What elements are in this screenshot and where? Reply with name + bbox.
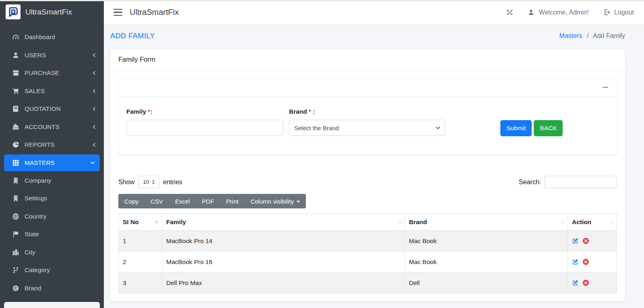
sidebar-item-users[interactable]: USERS: [0, 46, 104, 65]
column-header-family[interactable]: Family↑↓: [162, 214, 405, 231]
cell-si-no: 3: [119, 273, 162, 293]
cell-brand: Dell: [405, 273, 568, 293]
sidebar-item-category[interactable]: Category: [0, 261, 104, 279]
entries-label: entries: [163, 179, 182, 186]
print-button[interactable]: Print: [220, 194, 245, 208]
sort-arrows-icon: ↑↓: [610, 219, 614, 225]
flag-icon: [12, 231, 19, 238]
user-icon: [12, 52, 19, 59]
sidebar-item-label: REPORTS: [25, 141, 55, 148]
user-menu[interactable]: Welcome, Admin!: [528, 9, 589, 16]
breadcrumb-masters-link[interactable]: Masters: [559, 32, 582, 39]
cell-family: MacBook Pro 14: [162, 231, 405, 252]
welcome-text: Welcome, Admin!: [539, 9, 589, 16]
sidebar-item-reports[interactable]: REPORTS: [0, 136, 104, 154]
sidebar-toggle-button[interactable]: [114, 9, 122, 16]
sidebar-item-label: City: [25, 249, 35, 256]
sidebar-menu: DashboardUSERSPURCHASESALESQUOTATIONACCO…: [0, 24, 104, 297]
search-input[interactable]: [545, 176, 617, 188]
family-label: Family*:: [126, 108, 283, 115]
sidebar-item-label: MASTERS: [25, 159, 55, 166]
pdf-button[interactable]: PDF: [196, 194, 220, 208]
column-label: Brand: [409, 219, 427, 225]
sidebar-item-accounts[interactable]: ACCOUNTS: [0, 118, 104, 136]
sidebar-item-purchase[interactable]: PURCHASE: [0, 64, 104, 82]
column-header-si-no[interactable]: SI No↑↓: [119, 214, 162, 231]
topbar-title: UltraSmartFix: [130, 8, 179, 17]
column-header-brand[interactable]: Brand↑↓: [405, 214, 568, 231]
brand-text: UltraSmartFix: [25, 8, 72, 17]
delete-icon[interactable]: [582, 237, 589, 244]
delete-icon[interactable]: [582, 258, 589, 265]
back-button[interactable]: BACK: [534, 120, 563, 136]
cell-brand: Mac Book: [405, 252, 568, 273]
fullscreen-icon[interactable]: [506, 9, 513, 16]
building-icon: [12, 177, 19, 184]
edit-icon[interactable]: [572, 258, 579, 265]
column-label: Family: [166, 219, 186, 225]
cash-register-icon: [12, 123, 19, 131]
copyright-icon: [12, 285, 19, 292]
chevron-left-icon: [92, 71, 97, 75]
form-buttons: Submit BACK: [500, 120, 563, 136]
sidebar-item-dashboard[interactable]: Dashboard: [0, 28, 104, 46]
sidebar-brand[interactable]: UltraSmartFix: [0, 0, 104, 24]
top-edge-strip: [0, 0, 644, 1]
column-visibility-button[interactable]: Column visibility: [244, 194, 306, 208]
family-table: SI No↑↓Family↑↓Brand↑↓Action↑↓ 1MacBook …: [118, 214, 617, 293]
chevron-left-icon: [92, 125, 97, 129]
topbar-right: Welcome, Admin! Logout: [506, 9, 634, 16]
form-panel: Family*: Brand* : Select the Brand: [118, 78, 617, 155]
sidebar-item-label: Dashboard: [25, 33, 55, 41]
sidebar-item-label: Brand: [25, 285, 41, 292]
collapse-minus-icon[interactable]: [603, 87, 608, 88]
datatable-controls: Show 10 entries Search:: [118, 176, 617, 188]
brand-select[interactable]: Select the Brand: [289, 120, 445, 136]
edit-icon[interactable]: [572, 237, 579, 244]
column-header-action[interactable]: Action↑↓: [568, 214, 617, 231]
sidebar-item-city[interactable]: City: [0, 243, 104, 262]
family-input[interactable]: [126, 120, 283, 136]
page-length-select[interactable]: 10: [138, 176, 159, 188]
tachometer-icon: [12, 33, 19, 41]
spinner-arrows-icon: [152, 180, 155, 184]
logout-label: Logout: [614, 9, 634, 16]
sidebar-item-country[interactable]: Country: [0, 208, 104, 226]
sidebar-item-label: Settings: [25, 195, 47, 202]
table-row: 2MacBook Pro 16Mac Book: [119, 252, 617, 273]
logout-button[interactable]: Logout: [603, 9, 634, 16]
submit-button[interactable]: Submit: [500, 120, 532, 136]
page-length-control: Show 10 entries: [118, 176, 182, 188]
sidebar-item-sales[interactable]: SALES: [0, 82, 104, 100]
form-panel-body: Family*: Brand* : Select the Brand: [118, 97, 617, 155]
csv-button[interactable]: CSV: [144, 194, 169, 208]
breadcrumb-current: Add Family: [593, 32, 625, 39]
sidebar-item-masters[interactable]: MASTERS: [4, 154, 100, 171]
sidebar-item-company[interactable]: Company: [0, 172, 104, 190]
sidebar-item-state[interactable]: State: [0, 225, 104, 243]
sidebar-item-settings[interactable]: Settings: [0, 189, 104, 208]
export-button-group: CopyCSVExcelPDFPrintColumn visibility: [118, 194, 306, 208]
sidebar-item-label: Country: [25, 213, 46, 220]
cell-action: [568, 231, 617, 252]
chevron-left-icon: [92, 89, 97, 94]
globe-icon: [12, 213, 19, 220]
sidebar-item-brand[interactable]: Brand: [0, 279, 104, 298]
sidebar-item-label: Category: [25, 266, 50, 274]
app-logo-icon: [6, 4, 21, 19]
pie-chart-icon: [12, 141, 19, 148]
logout-icon: [603, 9, 610, 16]
delete-icon[interactable]: [582, 279, 589, 286]
sidebar-item-family-partial[interactable]: [4, 302, 100, 308]
copy-button[interactable]: Copy: [118, 194, 144, 208]
edit-icon[interactable]: [572, 279, 579, 286]
excel-button[interactable]: Excel: [169, 194, 196, 208]
search-label: Search:: [519, 179, 541, 186]
sidebar-item-label: QUOTATION: [25, 105, 61, 112]
building-icon: [12, 195, 19, 202]
page-title: ADD FAMILY: [110, 31, 155, 40]
cell-si-no: 2: [119, 252, 162, 273]
sidebar-item-quotation[interactable]: QUOTATION: [0, 100, 104, 118]
cell-family: MacBook Pro 16: [162, 252, 405, 273]
family-form-card: Family Form Family*: Brand* :: [110, 49, 625, 302]
